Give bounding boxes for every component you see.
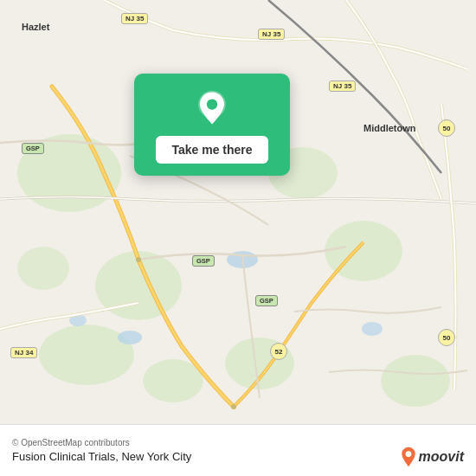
moovit-pin-icon [400,447,417,467]
moovit-text: moovit [419,449,464,465]
map-container: Hazlet Middletown NJ 35 NJ 35 NJ 35 GSP … [0,0,476,476]
gsp-shield-2: GSP [192,251,215,267]
gsp-shield-3: GSP [255,291,278,306]
svg-point-11 [118,331,142,344]
popup-card: Take me there [134,74,290,176]
svg-point-14 [136,257,141,262]
hazlet-label: Hazlet [22,22,49,32]
svg-point-15 [231,404,236,409]
map-svg [0,0,476,424]
moovit-logo: moovit [400,447,464,467]
route50-shield-1: 50 [438,119,455,137]
svg-point-18 [405,451,411,457]
nj34-shield: NJ 34 [10,343,37,358]
svg-point-17 [207,99,217,109]
take-me-there-button[interactable]: Take me there [156,136,267,164]
map-area: Hazlet Middletown NJ 35 NJ 35 NJ 35 GSP … [0,0,476,424]
svg-point-12 [362,322,383,336]
nj35-shield-3: NJ 35 [329,76,356,92]
svg-point-9 [17,247,69,290]
middletown-label: Middletown [363,123,416,133]
nj35-shield-2: NJ 35 [258,24,285,40]
nj35-shield-1: NJ 35 [121,9,148,24]
location-info-text: Fusion Clinical Trials, New York City [12,450,464,463]
route52-shield: 52 [270,343,287,360]
svg-point-6 [381,355,450,407]
gsp-shield-1: GSP [22,138,44,154]
route50-shield-2: 50 [438,329,455,346]
bottom-bar: © OpenStreetMap contributors Fusion Clin… [0,424,476,476]
attribution-text: © OpenStreetMap contributors [12,438,464,447]
location-pin-icon [193,89,231,127]
